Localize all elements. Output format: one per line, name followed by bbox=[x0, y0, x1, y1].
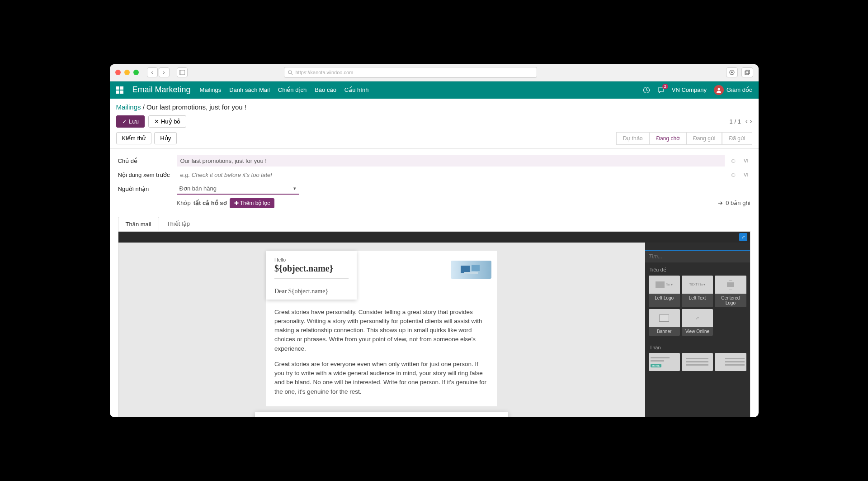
actions-row: ✓ Lưu ✕ Huỷ bỏ 1 / 1 ‹ › bbox=[110, 114, 759, 132]
svg-rect-1 bbox=[179, 70, 181, 75]
email-p1: Great stories have personality. Consider… bbox=[274, 308, 489, 353]
tabs-icon bbox=[745, 70, 750, 75]
subject-input[interactable] bbox=[177, 155, 725, 167]
panel-search-input[interactable] bbox=[645, 251, 750, 262]
email-name-var: ${object.name} bbox=[274, 263, 349, 274]
close-window[interactable] bbox=[115, 70, 121, 75]
status-row: Kiểm thử Hủy Dự thảo Đang chờ Đang gửi Đ… bbox=[110, 132, 759, 149]
email-footer[interactable]: ${object.company_id.name} ${object.compa… bbox=[255, 412, 508, 417]
step-sent[interactable]: Đã gửi bbox=[722, 132, 752, 145]
block-body-3[interactable] bbox=[715, 353, 746, 371]
step-draft[interactable]: Dự thảo bbox=[616, 132, 650, 145]
menu-campaigns[interactable]: Chiến dịch bbox=[278, 86, 307, 93]
url-bar[interactable]: https://kanota.viindoo.com bbox=[284, 67, 537, 78]
chat-badge: 2 bbox=[662, 84, 668, 89]
email-hello: Hello bbox=[274, 257, 349, 262]
url-text: https://kanota.viindoo.com bbox=[296, 70, 354, 75]
menu-config[interactable]: Cấu hình bbox=[344, 86, 369, 93]
block-banner[interactable]: Banner bbox=[649, 309, 680, 336]
form-area: Chủ đề ☺ VI Nội dung xem trước ☺ VI Ngườ… bbox=[110, 149, 759, 231]
block-view-online[interactable]: ↗ View Online bbox=[682, 309, 713, 336]
titlebar: ‹ › https://kanota.viindoo.com bbox=[110, 64, 759, 81]
app-window: ‹ › https://kanota.viindoo.com Email Mar… bbox=[110, 64, 759, 417]
tab-body[interactable]: Thân mail bbox=[118, 217, 159, 231]
tab-settings[interactable]: Thiết lập bbox=[159, 216, 198, 231]
preview-label: Nội dung xem trước bbox=[118, 171, 171, 178]
section-title-body: Thân bbox=[645, 340, 750, 353]
user-name: Giám đốc bbox=[726, 86, 752, 93]
subject-label: Chủ đề bbox=[118, 157, 171, 164]
menu-mailings[interactable]: Mailings bbox=[200, 86, 222, 93]
expand-button[interactable]: ⤢ bbox=[739, 233, 747, 241]
panel-top bbox=[645, 243, 750, 251]
sidebar-toggle[interactable] bbox=[177, 67, 188, 77]
email-p2: Great stories are for everyone even when… bbox=[274, 360, 489, 396]
minimize-window[interactable] bbox=[124, 70, 130, 75]
back-button[interactable]: ‹ bbox=[147, 67, 158, 77]
svg-rect-6 bbox=[746, 70, 750, 74]
record-count[interactable]: 0 bản ghi bbox=[726, 200, 750, 206]
tabs-button[interactable] bbox=[741, 67, 753, 77]
save-button[interactable]: ✓ Lưu bbox=[116, 115, 145, 128]
step-sending[interactable]: Đang gửi bbox=[686, 132, 722, 145]
app-title: Email Marketing bbox=[132, 85, 191, 95]
block-body-2[interactable] bbox=[682, 353, 713, 371]
search-icon bbox=[288, 70, 293, 75]
emoji-picker-icon[interactable]: ☺ bbox=[730, 157, 736, 164]
svg-rect-5 bbox=[745, 71, 749, 75]
topnav: Email Marketing Mailings Danh sách Mail … bbox=[110, 81, 759, 99]
match-prefix: Khớp bbox=[177, 200, 191, 206]
apps-menu-icon[interactable] bbox=[116, 86, 123, 94]
svg-point-2 bbox=[288, 71, 292, 74]
svg-rect-9 bbox=[461, 266, 470, 273]
lang-tag[interactable]: VI bbox=[742, 157, 750, 164]
section-title-header: Tiêu đề bbox=[645, 262, 750, 276]
tabs: Thân mail Thiết lập bbox=[118, 216, 750, 231]
company-switcher[interactable]: VN Company bbox=[672, 86, 707, 93]
email-header-image bbox=[451, 261, 491, 279]
editor: ⤢ Hello ${object.name} Dear ${object.nam… bbox=[118, 231, 750, 417]
block-centered-logo[interactable]: —— Centered Logo bbox=[715, 276, 746, 307]
email-body[interactable]: Great stories have personality. Consider… bbox=[266, 304, 497, 406]
svg-rect-10 bbox=[472, 265, 480, 271]
menu-reports[interactable]: Báo cáo bbox=[315, 86, 336, 93]
editor-header: ⤢ bbox=[118, 232, 750, 243]
clock-icon[interactable] bbox=[643, 86, 650, 94]
breadcrumb: Mailings / Our last promotions, just for… bbox=[110, 99, 759, 114]
pager-prev[interactable]: ‹ bbox=[745, 117, 748, 125]
step-queued[interactable]: Đang chờ bbox=[649, 132, 686, 145]
email-dear: Dear ${object.name} bbox=[274, 288, 349, 295]
maximize-window[interactable] bbox=[133, 70, 139, 75]
svg-point-8 bbox=[718, 88, 720, 90]
match-all: tất cả hồ sơ bbox=[193, 200, 227, 206]
add-filter-button[interactable]: ✚ Thêm bộ lọc bbox=[230, 198, 275, 208]
menu-mail-list[interactable]: Danh sách Mail bbox=[229, 86, 270, 93]
avatar-icon bbox=[714, 85, 724, 95]
download-icon bbox=[729, 70, 735, 75]
cancel-button[interactable]: Hủy bbox=[154, 132, 177, 144]
preview-input[interactable] bbox=[177, 169, 725, 181]
status-steps: Dự thảo Đang chờ Đang gửi Đã gửi bbox=[616, 132, 752, 145]
discard-button[interactable]: ✕ Huỷ bỏ bbox=[148, 115, 186, 128]
block-left-logo[interactable]: f in ♥ Left Logo bbox=[649, 276, 680, 307]
breadcrumb-current: Our last promotions, just for you ! bbox=[146, 103, 246, 111]
breadcrumb-root[interactable]: Mailings bbox=[116, 103, 141, 111]
chat-button[interactable]: 2 bbox=[657, 86, 665, 94]
email-canvas[interactable]: Hello ${object.name} Dear ${object.name}… bbox=[118, 243, 645, 417]
block-left-text[interactable]: TEXTf in ♥ Left Text bbox=[682, 276, 713, 307]
download-button[interactable] bbox=[726, 67, 738, 77]
arrow-icon: ➔ bbox=[718, 200, 723, 206]
block-body-1[interactable]: MORE bbox=[649, 353, 680, 371]
pager-next[interactable]: › bbox=[750, 117, 752, 125]
emoji-picker-icon-2[interactable]: ☺ bbox=[730, 171, 736, 178]
test-button[interactable]: Kiểm thử bbox=[116, 132, 152, 144]
lang-tag-2[interactable]: VI bbox=[742, 171, 750, 178]
pager-text: 1 / 1 bbox=[730, 118, 741, 125]
forward-button[interactable]: › bbox=[159, 67, 170, 77]
user-menu[interactable]: Giám đốc bbox=[714, 85, 752, 95]
recipients-select[interactable]: Đơn bán hàng bbox=[177, 183, 299, 195]
svg-line-3 bbox=[291, 73, 292, 75]
traffic-lights bbox=[115, 70, 139, 75]
recipients-label: Người nhận bbox=[118, 186, 171, 192]
blocks-panel: Tiêu đề f in ♥ Left Logo TEXTf in ♥ Left… bbox=[645, 243, 750, 417]
